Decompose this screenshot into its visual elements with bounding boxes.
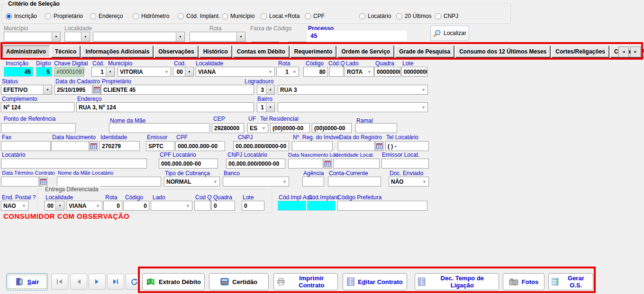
tel-locatario-field[interactable]: ( ) - xyxy=(385,141,429,151)
entrega-codigo-field[interactable]: 0 xyxy=(123,201,149,211)
tab-cortes-religacoes[interactable]: Cortes/Religações xyxy=(552,45,609,57)
tab-historico[interactable]: Histórico xyxy=(200,45,232,57)
bairro-code-combo[interactable]: 1▼ xyxy=(257,102,275,112)
entrega-lado-combo[interactable]: ▾ xyxy=(151,201,192,211)
status-combo[interactable]: EFETIVO▼ xyxy=(1,85,52,95)
editar-contrato-button[interactable]: Editar Contrato xyxy=(343,273,407,290)
identidade-field[interactable]: 270279 xyxy=(100,141,140,151)
complemento-field[interactable]: Nº 124 xyxy=(1,102,74,112)
localidade-code-search-combo[interactable]: ▼ xyxy=(64,32,90,42)
entrega-rota-field[interactable]: 0 xyxy=(103,201,122,211)
faixa-codigo-from-input[interactable] xyxy=(252,33,279,42)
tab-scroll-right-button[interactable]: ► xyxy=(630,46,641,57)
endereco-field[interactable]: RUA 3, Nº 124 xyxy=(76,102,254,112)
tel-comercial-field[interactable]: (00)0000-00 xyxy=(312,123,352,133)
imprimir-contrato-button[interactable]: Imprimir Contrato xyxy=(273,273,338,290)
data-cadastro-field[interactable]: 25/10/1995 xyxy=(54,85,92,95)
nome-mae-locatario-field[interactable] xyxy=(57,177,161,187)
ramal-field[interactable] xyxy=(355,123,397,133)
cod2-combo[interactable]: 00▼ xyxy=(173,67,194,77)
extrato-debito-button[interactable]: Extrato Débito xyxy=(142,273,205,290)
cpf-field[interactable]: 000.000.000-00 xyxy=(175,141,225,151)
municipio-search-combo[interactable]: ▼ xyxy=(4,32,61,42)
radio-hidrometro[interactable]: Hidrômetro xyxy=(133,13,169,19)
previous-record-button[interactable] xyxy=(70,274,87,290)
sair-button[interactable]: Sair xyxy=(6,273,48,290)
localizar-button[interactable]: Localizar xyxy=(430,26,469,41)
inscricao-field[interactable]: 45 xyxy=(4,67,33,77)
radio-cnpj[interactable]: CNPJ xyxy=(435,13,458,19)
processo-field[interactable]: 45 xyxy=(306,30,408,42)
data-nascimento-loc-field[interactable] xyxy=(288,159,323,169)
entrega-localidade-combo[interactable]: VIANA▾ xyxy=(66,201,102,211)
tab-observacoes[interactable]: Observações xyxy=(154,45,198,57)
logradouro-combo[interactable]: RUA 3▾ xyxy=(278,85,428,95)
data-termino-calendar-button[interactable] xyxy=(39,177,47,187)
municipio-combo[interactable]: VITÓRIA▾ xyxy=(118,67,171,77)
tel-residencial-field[interactable]: (00)0000-00 xyxy=(270,123,310,133)
tipo-cobranca-combo[interactable]: NORMAL▾ xyxy=(164,177,220,187)
fotos-button[interactable]: Fotos xyxy=(503,273,544,290)
radio-inscricao[interactable]: Inscrição xyxy=(6,13,37,19)
conta-corrente-field[interactable] xyxy=(328,177,381,187)
rota-search-combo[interactable]: ▼ xyxy=(190,32,245,42)
certidao-button[interactable]: Certidão xyxy=(209,273,269,290)
dec-tempo-ligacao-button[interactable]: Dec. Tempo de Ligação xyxy=(415,273,499,290)
lote-field[interactable]: 00000000 xyxy=(401,67,427,77)
tab-ordem-de-servico[interactable]: Ordem de Serviço xyxy=(337,45,394,57)
emissor-locat-field[interactable] xyxy=(381,159,429,169)
radio-local-rota[interactable]: Local.+Rota xyxy=(261,13,299,19)
data-nascimento-field[interactable] xyxy=(51,141,89,151)
uf-combo[interactable]: ES▾ xyxy=(247,123,268,133)
cnpj-field[interactable]: 00.000.000/0000-00 xyxy=(233,141,289,151)
next-record-button[interactable] xyxy=(89,274,106,290)
data-cadastro-calendar-button[interactable] xyxy=(93,85,101,95)
bairro-combo[interactable]: ▾ xyxy=(278,102,428,112)
radio-endereco[interactable]: Endereço xyxy=(90,13,123,19)
gerar-os-button[interactable]: Gerar O.S. xyxy=(548,273,593,290)
localidade-search-combo[interactable]: ▼ xyxy=(93,32,185,42)
data-registro-calendar-button[interactable] xyxy=(375,141,383,151)
tab-administrativo[interactable]: Administrativo xyxy=(2,45,50,57)
digito-field[interactable]: 5 xyxy=(36,67,52,77)
data-registro-field[interactable] xyxy=(338,141,375,151)
entrega-cod-q-field[interactable] xyxy=(194,201,210,211)
first-record-button[interactable] xyxy=(51,274,68,290)
faixa-codigo-to-input[interactable] xyxy=(288,33,306,42)
data-nascimento-loc-calendar-button[interactable] xyxy=(324,159,332,169)
reg-imovel-field[interactable] xyxy=(292,141,333,151)
fax-field[interactable] xyxy=(1,141,51,151)
quadra-field[interactable]: 00000000 xyxy=(374,67,400,77)
logradouro-code-combo[interactable]: 3▼ xyxy=(257,85,275,95)
localidade-combo[interactable]: VIANA▾ xyxy=(196,67,275,77)
tab-consumo-12-meses[interactable]: Consumo dos 12 Últimos Meses xyxy=(455,45,550,57)
last-record-button[interactable] xyxy=(107,274,124,290)
radio-locatario[interactable]: Locatário xyxy=(359,13,391,19)
refresh-button[interactable] xyxy=(126,274,143,290)
rota-combo[interactable]: 1▾ xyxy=(276,67,299,77)
locatario-field[interactable] xyxy=(1,159,147,169)
entrega-quadra-field[interactable]: 0 xyxy=(211,201,235,211)
radio-cod-implant[interactable]: Cód. Implant. xyxy=(178,13,220,19)
banco-combo[interactable]: ▾ xyxy=(223,177,289,187)
cod-municipio-combo[interactable]: 1▼ xyxy=(91,67,115,77)
nome-mae-field[interactable] xyxy=(109,123,210,133)
cpf-locatario-field[interactable]: 000.000.000-00 xyxy=(159,159,218,169)
doc-enviado-combo[interactable]: NÃO▾ xyxy=(389,177,429,187)
tab-scroll-left-button[interactable]: ◄ xyxy=(618,46,629,57)
tab-tecnico[interactable]: Técnico xyxy=(51,45,80,57)
ponto-referencia-field[interactable] xyxy=(1,123,76,133)
tab-informacoes-adicionais[interactable]: Informações Adicionais xyxy=(82,45,153,57)
codigo-field[interactable]: 80 xyxy=(303,67,328,77)
radio-municipio[interactable]: Município xyxy=(222,13,254,19)
entrega-lote-field[interactable]: 0 xyxy=(242,201,264,211)
agencia-field[interactable] xyxy=(302,177,324,187)
tab-contas-em-debito[interactable]: Contas em Débito xyxy=(233,45,289,57)
tab-requerimento[interactable]: Requerimento xyxy=(290,45,336,57)
identidade-locat-field[interactable] xyxy=(333,159,380,169)
codigo-prefeitura-field[interactable] xyxy=(337,201,427,211)
cep-field[interactable]: 29280000 xyxy=(212,123,244,133)
lado-combo[interactable]: ROTA▾ xyxy=(345,67,374,77)
proprietario-field[interactable]: CLIENTE 45 xyxy=(101,85,254,95)
chave-digital-field[interactable]: #00001097 xyxy=(54,67,84,77)
